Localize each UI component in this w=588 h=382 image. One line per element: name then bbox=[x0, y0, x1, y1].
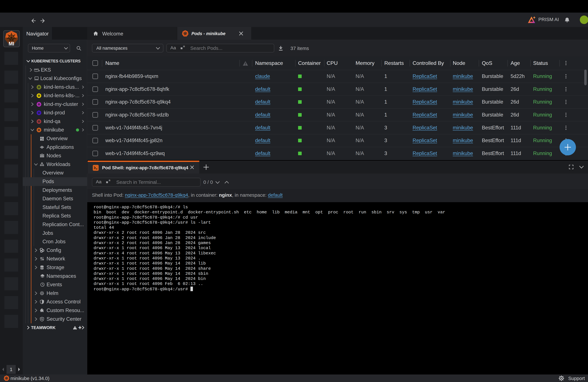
svg-text:aws: aws bbox=[34, 68, 39, 71]
